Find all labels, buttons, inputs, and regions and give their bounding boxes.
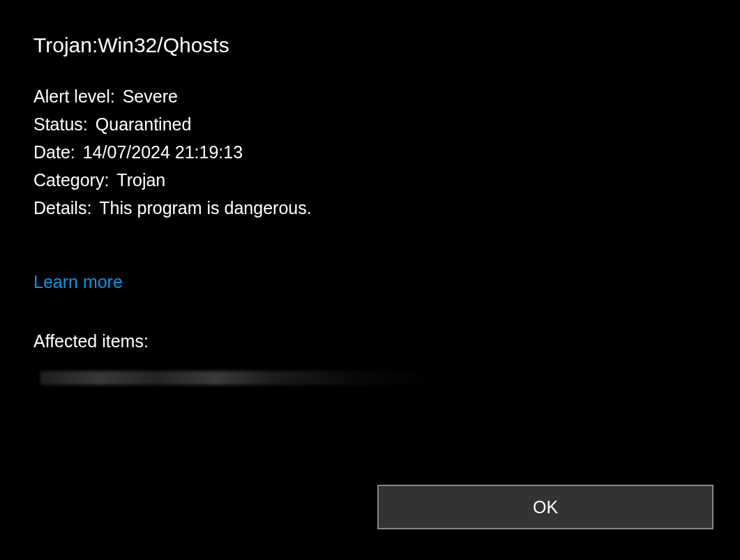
alert-level-row: Alert level: Severe	[33, 82, 707, 110]
date-label: Date:	[33, 142, 75, 162]
category-row: Category: Trojan	[33, 166, 707, 194]
date-value: 14/07/2024 21:19:13	[83, 142, 243, 162]
date-row: Date: 14/07/2024 21:19:13	[33, 138, 707, 166]
learn-more-link[interactable]: Learn more	[33, 272, 123, 292]
ok-button[interactable]: OK	[377, 485, 713, 529]
threat-details-panel: Trojan:Win32/Qhosts Alert level: Severe …	[0, 0, 740, 385]
threat-name-title: Trojan:Win32/Qhosts	[33, 33, 707, 57]
status-value: Quarantined	[96, 114, 192, 134]
category-label: Category:	[33, 170, 109, 190]
affected-items-label: Affected items:	[33, 331, 707, 351]
details-row: Details: This program is dangerous.	[33, 194, 707, 222]
affected-item-redacted	[40, 371, 431, 385]
alert-level-label: Alert level:	[33, 86, 115, 106]
details-value: This program is dangerous.	[99, 198, 311, 218]
status-label: Status:	[33, 114, 88, 134]
alert-level-value: Severe	[123, 86, 178, 106]
status-row: Status: Quarantined	[33, 110, 707, 138]
details-label: Details:	[33, 198, 91, 218]
category-value: Trojan	[116, 170, 165, 190]
